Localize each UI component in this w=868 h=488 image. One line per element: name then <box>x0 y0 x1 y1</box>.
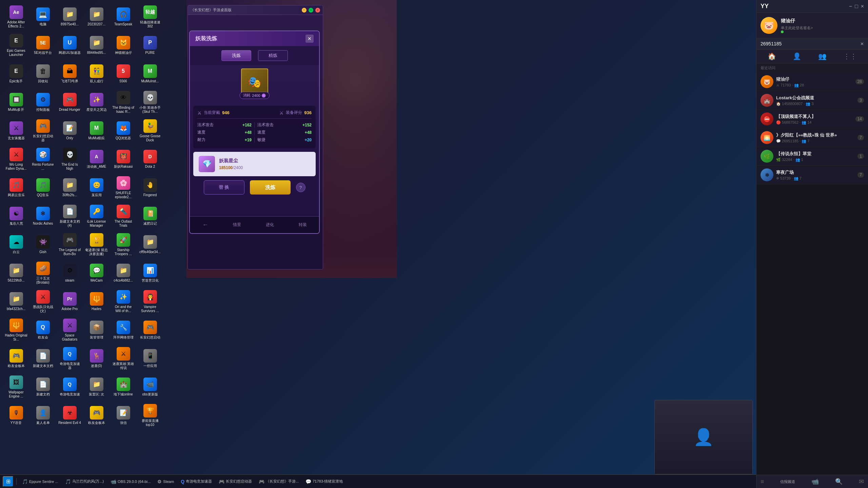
icon-dread-hunger[interactable]: 🎮 Dread Hunger <box>57 89 82 116</box>
nav-person-icon[interactable]: 👤 <box>793 52 801 60</box>
icon-mumusinst[interactable]: M MuMuInst... <box>137 60 163 87</box>
icon-89975e40[interactable]: 📁 89975e40... <box>57 3 82 30</box>
icon-xiaogui[interactable]: 💀 小骨:英雄杀手(Skul Th... <box>137 89 163 116</box>
icon-bm-diary[interactable]: 📔 减肥日记 <box>137 203 163 230</box>
window-close-button[interactable]: × <box>315 8 320 13</box>
icon-yinxian[interactable]: 🦌 迷鹿(0) <box>84 345 109 372</box>
icon-my-computer[interactable]: 💻 电脑 <box>30 3 56 30</box>
room-close-icon[interactable]: ✕ <box>860 41 864 46</box>
icon-app-zhuzhu[interactable]: 📝 张信 <box>111 402 136 429</box>
icon-online-game[interactable]: 🏰 地下城online <box>111 373 136 401</box>
icon-qiyou2[interactable]: Q 奇游电竞加速 <box>57 373 82 401</box>
icon-ilok[interactable]: 🔑 iLok License Manager <box>84 203 109 230</box>
toolbar-mail-icon[interactable]: ✉ <box>859 478 864 485</box>
icon-starship[interactable]: 🚀 Starship Troopers ... <box>111 231 136 258</box>
icon-gish[interactable]: 👾 Gish <box>30 231 56 258</box>
user-item-eternal[interactable]: 🌿 【传说永恒】草堂 🌿 32284 · 👥 1 1 <box>756 147 868 166</box>
icon-2p-action[interactable]: 👫 双人成行 <box>84 60 109 87</box>
dialog-close-button[interactable]: ✕ <box>305 35 314 43</box>
icon-bi-app[interactable]: 📊 苦迭苦汉化 <box>137 260 163 287</box>
icon-euyou-gold[interactable]: 🎮 欧友金板本 <box>3 345 29 372</box>
icon-wallpaper[interactable]: 🖼 Wallpaper Engine ... <box>3 373 29 401</box>
icon-qianmen[interactable]: 🏆 赛前策直播 top10 <box>137 402 163 429</box>
taskbar-item-launcher[interactable]: 🎮 长安幻想启动器 <box>216 476 255 487</box>
icon-30hh[interactable]: 📁 30ffb2fs... <box>57 174 82 201</box>
user-item-cold[interactable]: ❄ 寒夜广场 ❄ 53739 · 👥 7 7 <box>756 166 868 184</box>
toolbar-video-icon[interactable]: 📹 <box>811 478 819 485</box>
icon-nordic-ashes[interactable]: ❄ Nordic Ashes <box>30 203 56 230</box>
yy-minimize-button[interactable]: − <box>849 3 852 9</box>
icon-steam[interactable]: ⚙ steam <box>57 260 82 287</box>
help-button[interactable]: ? <box>296 183 305 192</box>
taskbar-item-yy-room[interactable]: 💬 71783-情绪宣泄地 <box>303 476 346 487</box>
icon-mumumo[interactable]: M MuMu模拟 <box>84 117 109 144</box>
icon-dota2[interactable]: D Dota 2 <box>137 146 163 173</box>
replace-button[interactable]: 替 换 <box>204 180 244 195</box>
icon-newdoc2[interactable]: 📄 新建文档 <box>30 373 56 401</box>
icon-baiyun[interactable]: ☁ 白云 <box>3 231 29 258</box>
yy-close-button[interactable]: × <box>861 3 864 9</box>
user-item-lostark[interactable]: 🏰 Lostark公会战频道 🏠 1458800807 · 👥 3 3 <box>756 91 868 110</box>
taskbar-item-qiyou[interactable]: Q 奇游电竞加速器 <box>178 476 215 487</box>
icon-legend-bumboo[interactable]: 🎮 The Legend of Bum-Bo <box>57 231 82 258</box>
icon-person-name[interactable]: 👤 素人名单 <box>30 402 56 429</box>
icon-20230207[interactable]: 📁 20230207... <box>84 3 109 30</box>
back-arrow[interactable]: ← <box>202 221 208 228</box>
icon-56229[interactable]: 📁 56229fs9... <box>3 260 29 287</box>
nav-item-jinhua[interactable]: 进化 <box>266 222 274 228</box>
icon-raksasi[interactable]: 👹 新妖Raksasi <box>111 146 136 173</box>
user-item-top[interactable]: ⛔ 【顶级频道不算人】 🔴 56887562 · 👥 14 14 <box>756 110 868 128</box>
icon-sifu[interactable]: 🐱 神猫猪油仔 <box>111 32 136 59</box>
icon-outlast-trials[interactable]: 🔦 The Outlast Trials <box>111 203 136 230</box>
icon-fingered[interactable]: 🤚 Fingered <box>137 174 163 201</box>
window-minimize-button[interactable]: − <box>302 8 307 13</box>
icon-pure[interactable]: P PURE <box>137 32 163 59</box>
icon-goose[interactable]: 🦆 Goose Goose Duck <box>137 117 163 144</box>
icon-obs-update[interactable]: 📹 obs更新版 <box>137 373 163 401</box>
icon-brotato[interactable]: 🥔 三十五次(Brotato) <box>30 260 56 287</box>
start-button[interactable]: ⊞ <box>3 476 14 487</box>
icon-yy-audio[interactable]: 🎙 YY语音 <box>3 402 29 429</box>
nav-home-icon[interactable]: 🏠 <box>768 52 776 60</box>
icon-wo-long[interactable]: ⚔ Wo Long Fallen Dyna... <box>3 146 29 173</box>
icon-install-manager[interactable]: 📦 装管管理 <box>84 317 109 344</box>
icon-euyou-gold2[interactable]: 🎮 欧友金板本 <box>84 402 109 429</box>
icon-newdoc-text[interactable]: 📄 新建文本文档 <box>30 345 56 372</box>
icon-qqzu[interactable]: Q 欧友会 <box>30 317 56 344</box>
icon-qq-browser[interactable]: 🦊 QQ浏览器 <box>111 117 136 144</box>
icon-cfj3j5[interactable]: 📁 cff9s46be34... <box>137 231 163 258</box>
icon-8844[interactable]: 📁 8844fed95... <box>84 32 109 59</box>
icon-hades-orig[interactable]: 🔱 Hades Original Si... <box>3 317 29 344</box>
nav-item-qingjing[interactable]: 情景 <box>233 222 241 228</box>
taskbar-item-music2[interactable]: 🎵 乌兰巴托的风(万...) <box>62 476 107 487</box>
icon-launch[interactable]: 🎮 长安幻想启动器 <box>30 117 56 144</box>
icon-app-a[interactable]: 📱 一些应用 <box>137 345 163 372</box>
toolbar-channel-label[interactable]: 信报频道 <box>780 479 795 484</box>
icon-shanghaiwar[interactable]: ⚔ 墨战队汉化战(文) <box>30 288 56 315</box>
icon-control-panel[interactable]: ⚙ 控制面板 <box>30 89 56 116</box>
tab-refine[interactable]: 精炼 <box>258 50 288 61</box>
wash-button[interactable]: 洗炼 <box>250 180 291 195</box>
icon-tianzhizy[interactable]: ✨ 星堂天之冥边 <box>84 89 109 116</box>
icon-resident-evil[interactable]: ☣ Resident Evil 4 <box>57 402 82 429</box>
tab-wash[interactable]: 洗炼 <box>221 50 251 61</box>
icon-qq-music[interactable]: 🎵 QQ音乐 <box>30 174 56 201</box>
icon-new-doc4[interactable]: 📄 新建文本文档(4) <box>57 203 82 230</box>
icon-euyou-hero[interactable]: ⚔ 迷鹿英雄:英雄传说 <box>111 345 136 372</box>
toolbar-search-icon[interactable]: 🔍 <box>835 478 843 485</box>
icon-adobe-pro[interactable]: Pr Adobe Pro <box>57 288 82 315</box>
nav-item-zhuang[interactable]: 转装 <box>299 222 307 228</box>
yy-maximize-button[interactable]: □ <box>855 3 858 9</box>
icon-qiyou[interactable]: Q 奇游电竞加速器 <box>57 345 82 372</box>
icon-shuffle[interactable]: 🌸 SHUFFLE episode2... <box>111 174 136 201</box>
icon-bfa4323[interactable]: 📁 bfa4323ch... <box>3 288 29 315</box>
icon-bao-tournament[interactable]: 🏆 奄迹赛(保 留总决赛直播) <box>84 231 109 258</box>
icon-adobe-after-effects[interactable]: Ae Adobe After Effects 2... <box>3 3 29 30</box>
icon-epic2[interactable]: E Epic免手 <box>3 60 29 87</box>
icon-gg[interactable]: 📁 装置区: 次 <box>84 373 109 401</box>
taskbar-item-steam[interactable]: ⚙ Steam <box>155 476 177 487</box>
icon-rento[interactable]: 🎲 Rento Fortune ... <box>30 146 56 173</box>
icon-uu[interactable]: U 网易UU加速器 <box>57 32 82 59</box>
nav-grid-icon[interactable]: ⋮⋮ <box>843 52 857 60</box>
icon-epic-games[interactable]: E Epic Games Launcher <box>3 32 29 59</box>
